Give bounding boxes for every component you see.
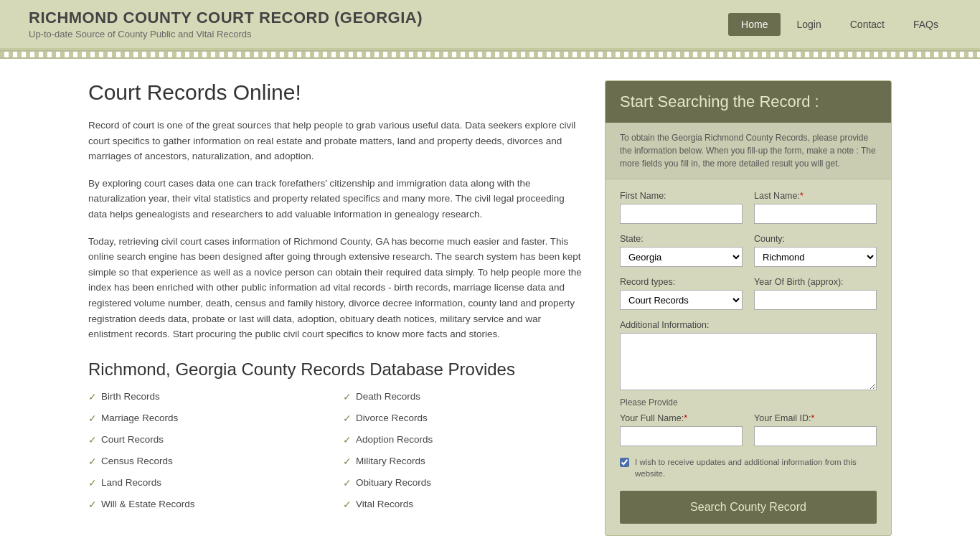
additional-info-textarea[interactable] (620, 333, 877, 390)
nav-login[interactable]: Login (783, 13, 834, 36)
form-description: To obtain the Georgia Richmond County Re… (606, 123, 891, 179)
newsletter-checkbox[interactable] (620, 458, 629, 467)
site-title: RICHMOND COUNTY COURT RECORD (GEORGIA) (29, 9, 423, 27)
state-county-row: State: Georgia Alabama Florida South Car… (620, 234, 877, 267)
record-label: Birth Records (101, 391, 160, 402)
list-item: ✓ Census Records (88, 456, 329, 467)
email-group: Your Email ID:* (754, 413, 877, 446)
additional-info-label: Additional Information: (620, 320, 877, 330)
list-item: ✓ Birth Records (88, 391, 329, 402)
record-label: Census Records (101, 456, 173, 466)
records-right-col: ✓ Death Records ✓ Divorce Records ✓ Adop… (343, 391, 583, 520)
last-name-label: Last Name:* (754, 191, 877, 201)
page-title: Court Records Online! (88, 80, 583, 105)
full-name-group: Your Full Name:* (620, 413, 743, 446)
nav-home[interactable]: Home (728, 13, 781, 36)
record-types-select[interactable]: Court Records Birth Records Death Record… (620, 290, 743, 310)
right-column: Start Searching the Record : To obtain t… (605, 80, 892, 536)
record-label: Court Records (101, 434, 164, 445)
please-provide-label: Please Provide (620, 397, 877, 408)
records-list: ✓ Birth Records ✓ Marriage Records ✓ Cou… (88, 391, 583, 520)
check-icon: ✓ (88, 434, 97, 446)
list-item: ✓ Will & Estate Records (88, 499, 329, 510)
additional-info-group: Additional Information: (620, 320, 877, 390)
record-label: Will & Estate Records (101, 499, 195, 509)
record-label: Vital Records (356, 499, 413, 509)
record-label: Marriage Records (101, 413, 178, 423)
first-name-input[interactable] (620, 204, 743, 224)
check-icon: ✓ (343, 499, 352, 510)
list-item: ✓ Obituary Records (343, 477, 583, 489)
nav-contact[interactable]: Contact (837, 13, 897, 36)
newsletter-checkbox-row: I wish to receive updates and additional… (620, 456, 877, 479)
state-select[interactable]: Georgia Alabama Florida South Carolina (620, 247, 743, 267)
record-types-label: Record types: (620, 277, 743, 287)
form-body: First Name: Last Name:* State: (606, 179, 891, 535)
full-name-input[interactable] (620, 426, 743, 446)
intro-paragraph-3: Today, retrieving civil court cases info… (88, 234, 583, 342)
main-nav: Home Login Contact FAQs (728, 13, 951, 36)
list-item: ✓ Vital Records (343, 499, 583, 510)
check-icon: ✓ (88, 413, 97, 424)
first-name-label: First Name: (620, 191, 743, 201)
check-icon: ✓ (88, 391, 97, 402)
required-mark: * (811, 413, 814, 423)
county-label: County: (754, 234, 877, 244)
record-types-group: Record types: Court Records Birth Record… (620, 277, 743, 310)
list-item: ✓ Marriage Records (88, 413, 329, 424)
name-row: First Name: Last Name:* (620, 191, 877, 224)
check-icon: ✓ (343, 413, 352, 424)
check-icon: ✓ (88, 456, 97, 467)
form-header: Start Searching the Record : (606, 81, 891, 123)
search-button[interactable]: Search County Record (620, 491, 877, 524)
year-of-birth-group: Year Of Birth (approx): (754, 277, 877, 310)
year-of-birth-label: Year Of Birth (approx): (754, 277, 877, 287)
record-type-row: Record types: Court Records Birth Record… (620, 277, 877, 310)
record-label: Divorce Records (356, 413, 428, 423)
required-mark: * (684, 413, 687, 423)
header-left: RICHMOND COUNTY COURT RECORD (GEORGIA) U… (29, 9, 423, 39)
record-label: Military Records (356, 456, 425, 466)
site-subtitle: Up-to-date Source of County Public and V… (29, 29, 423, 39)
record-label: Death Records (356, 391, 420, 402)
check-icon: ✓ (343, 391, 352, 402)
section-title: Richmond, Georgia County Records Databas… (88, 359, 583, 380)
check-icon: ✓ (343, 456, 352, 467)
checkbox-label: I wish to receive updates and additional… (635, 456, 877, 479)
list-item: ✓ Military Records (343, 456, 583, 467)
intro-paragraph-1: Record of court is one of the great sour… (88, 118, 583, 164)
list-item: ✓ Adoption Records (343, 434, 583, 446)
state-group: State: Georgia Alabama Florida South Car… (620, 234, 743, 267)
records-left-col: ✓ Birth Records ✓ Marriage Records ✓ Cou… (88, 391, 329, 520)
email-label: Your Email ID:* (754, 413, 877, 423)
decorative-strip (0, 50, 980, 59)
main-content: Court Records Online! Record of court is… (60, 59, 920, 551)
state-label: State: (620, 234, 743, 244)
record-label: Obituary Records (356, 477, 431, 488)
check-icon: ✓ (343, 434, 352, 446)
record-label: Land Records (101, 477, 161, 488)
full-name-label: Your Full Name:* (620, 413, 743, 423)
county-select[interactable]: Richmond Burke Columbia Jefferson (754, 247, 877, 267)
list-item: ✓ Court Records (88, 434, 329, 446)
last-name-input[interactable] (754, 204, 877, 224)
check-icon: ✓ (343, 477, 352, 489)
first-name-group: First Name: (620, 191, 743, 224)
required-mark: * (800, 191, 804, 201)
year-of-birth-input[interactable] (754, 290, 877, 310)
nav-faqs[interactable]: FAQs (900, 13, 951, 36)
list-item: ✓ Death Records (343, 391, 583, 402)
left-column: Court Records Online! Record of court is… (88, 80, 583, 536)
site-header: RICHMOND COUNTY COURT RECORD (GEORGIA) U… (0, 0, 980, 50)
intro-paragraph-2: By exploring court cases data one can tr… (88, 176, 583, 222)
contact-row: Your Full Name:* Your Email ID:* (620, 413, 877, 446)
check-icon: ✓ (88, 499, 97, 510)
last-name-group: Last Name:* (754, 191, 877, 224)
list-item: ✓ Divorce Records (343, 413, 583, 424)
county-group: County: Richmond Burke Columbia Jefferso… (754, 234, 877, 267)
list-item: ✓ Land Records (88, 477, 329, 489)
record-label: Adoption Records (356, 434, 433, 445)
search-form-card: Start Searching the Record : To obtain t… (605, 80, 892, 536)
email-input[interactable] (754, 426, 877, 446)
check-icon: ✓ (88, 477, 97, 489)
